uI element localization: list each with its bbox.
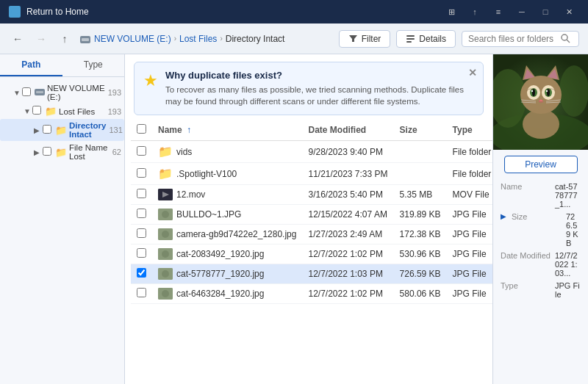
filter-button[interactable]: Filter: [339, 30, 391, 48]
toolbar: ← → ↑ NEW VOLUME (E:) › Lost Files › Dir…: [0, 23, 588, 54]
folder-icon: 📁: [158, 167, 173, 181]
row-checkbox[interactable]: [137, 228, 146, 238]
tree-item-volume[interactable]: ▼ NEW VOLUME (E:) 193: [0, 81, 124, 104]
col-type[interactable]: Type: [447, 120, 492, 141]
breadcrumb-current: Directory Intact: [226, 34, 285, 44]
preview-metadata: Name cat-5778777_1... ▶ Size 726.59 KB D…: [493, 179, 588, 305]
directoryintact-checkbox[interactable]: [43, 125, 51, 134]
window-controls: ⊞ ↑ ≡ ─ □ ✕: [441, 4, 579, 19]
row-checkbox[interactable]: [137, 168, 146, 178]
col-date[interactable]: Date Modified: [302, 120, 393, 141]
grid-icon[interactable]: ⊞: [441, 4, 462, 19]
svg-point-22: [162, 290, 169, 297]
file-size: 172.38 KB: [394, 225, 447, 244]
tab-path[interactable]: Path: [0, 54, 62, 76]
filenamelost-checkbox[interactable]: [43, 147, 51, 156]
file-name: BULLDO~1.JPG: [176, 209, 241, 220]
search-icon: [561, 34, 570, 43]
lostfiles-checkbox[interactable]: [32, 106, 41, 115]
file-thumbnail: [158, 189, 173, 200]
file-size: [394, 163, 447, 185]
file-name: .Spotlight-V100: [176, 169, 237, 179]
svg-rect-10: [36, 91, 43, 93]
star-icon: ★: [143, 71, 158, 90]
notification-title: Why duplicate files exist?: [165, 70, 474, 81]
sidebar-tree: ▼ NEW VOLUME (E:) 193 ▼ 📁 Lost Files 193: [0, 77, 124, 384]
details-button[interactable]: Details: [396, 30, 456, 48]
table-row[interactable]: cat-6463284_1920.jpg12/7/2022 1:02 PM580…: [131, 284, 492, 304]
app-logo: [9, 6, 21, 18]
file-type: JPG File: [447, 225, 492, 244]
svg-point-18: [162, 250, 169, 258]
tree-item-filenamelost[interactable]: ▶ 📁 File Name Lost 62: [0, 141, 124, 163]
col-name[interactable]: Name ↑: [152, 120, 302, 141]
table-row[interactable]: 📁.Spotlight-V10011/21/2023 7:33 PMFile f…: [131, 163, 492, 185]
sidebar: Path Type ▼ NEW VOLUME (E:) 193 ▼ �: [0, 54, 125, 384]
file-thumbnail: [158, 248, 173, 260]
drive-icon: [79, 33, 91, 45]
row-checkbox[interactable]: [137, 189, 146, 198]
preview-date-label: Date Modified: [501, 251, 552, 260]
file-type: JPG File: [447, 264, 492, 284]
table-row[interactable]: 📁vids9/28/2023 9:40 PMFile folderE:\: [131, 141, 492, 163]
details-icon: [406, 34, 415, 43]
col-size[interactable]: Size: [394, 120, 447, 141]
forward-button[interactable]: →: [32, 30, 50, 48]
row-checkbox[interactable]: [137, 209, 146, 218]
file-date: 11/21/2023 7:33 PM: [302, 163, 393, 185]
filenamelost-icon: 📁: [55, 147, 67, 158]
volume-label: NEW VOLUME (E:): [47, 84, 105, 101]
row-checkbox[interactable]: [137, 268, 146, 278]
file-date: 9/28/2023 9:40 PM: [302, 141, 393, 163]
svg-point-16: [162, 231, 169, 238]
file-table: Name ↑ Date Modified Size Type Path 📁vid…: [131, 120, 492, 304]
svg-point-7: [562, 35, 567, 40]
breadcrumb-lostfiles[interactable]: Lost Files: [179, 34, 217, 44]
maximize-button[interactable]: □: [535, 4, 556, 19]
search-input[interactable]: [468, 34, 556, 44]
volume-checkbox[interactable]: [22, 87, 31, 96]
share-icon[interactable]: ↑: [465, 4, 485, 19]
file-size: 580.06 KB: [394, 284, 447, 304]
preview-date-value: 12/7/2022 1:03...: [555, 251, 581, 278]
file-type: File folder: [447, 163, 492, 185]
file-date: 12/7/2022 1:02 PM: [302, 284, 393, 304]
lostfiles-label: Lost Files: [59, 107, 105, 116]
preview-button[interactable]: Preview: [504, 156, 578, 173]
select-all-checkbox[interactable]: [137, 124, 146, 134]
table-row[interactable]: BULLDO~1.JPG12/15/2022 4:07 AM319.89 KBJ…: [131, 205, 492, 225]
folder-icon: 📁: [158, 145, 173, 159]
svg-marker-3: [349, 35, 357, 42]
breadcrumb-volume[interactable]: NEW VOLUME (E:): [94, 34, 171, 44]
table-row[interactable]: 12.mov3/16/2023 5:40 PM5.35 MBMOV FileE:…: [131, 185, 492, 205]
notification-close-button[interactable]: ✕: [468, 67, 477, 79]
file-type: JPG File: [447, 244, 492, 264]
row-checkbox[interactable]: [137, 146, 146, 156]
tree-item-lostfiles[interactable]: ▼ 📁 Lost Files 193: [0, 104, 124, 119]
drive-tree-icon: [35, 87, 45, 98]
file-date: 12/7/2022 1:03 PM: [302, 264, 393, 284]
tree-item-directoryintact[interactable]: ▶ 📁 Directory Intact 131: [0, 119, 124, 141]
file-list[interactable]: Name ↑ Date Modified Size Type Path 📁vid…: [125, 120, 492, 384]
menu-icon[interactable]: ≡: [488, 4, 509, 19]
table-row[interactable]: camera-gb9d7422e2_1280.jpg1/27/2023 2:49…: [131, 225, 492, 244]
minimize-button[interactable]: ─: [512, 4, 532, 19]
file-date: 12/15/2022 4:07 AM: [302, 205, 393, 225]
table-row[interactable]: cat-5778777_1920.jpg12/7/2022 1:03 PM726…: [131, 264, 492, 284]
svg-point-38: [531, 90, 533, 92]
table-row[interactable]: cat-2083492_1920.jpg12/7/2022 1:02 PM530…: [131, 244, 492, 264]
svg-point-45: [523, 109, 559, 139]
col-checkbox: [131, 120, 152, 141]
tab-type[interactable]: Type: [62, 54, 125, 76]
search-box: [462, 31, 579, 47]
row-checkbox[interactable]: [137, 248, 146, 258]
titlebar-title: Return to Home: [26, 7, 89, 17]
file-thumbnail: [158, 288, 173, 300]
toolbar-right: Filter Details: [339, 30, 579, 48]
row-checkbox[interactable]: [137, 288, 146, 297]
preview-type-value: JPG File: [555, 281, 581, 299]
up-button[interactable]: ↑: [56, 30, 74, 48]
file-name: cat-6463284_1920.jpg: [176, 289, 264, 299]
back-button[interactable]: ←: [9, 30, 26, 48]
close-button[interactable]: ✕: [559, 4, 579, 19]
